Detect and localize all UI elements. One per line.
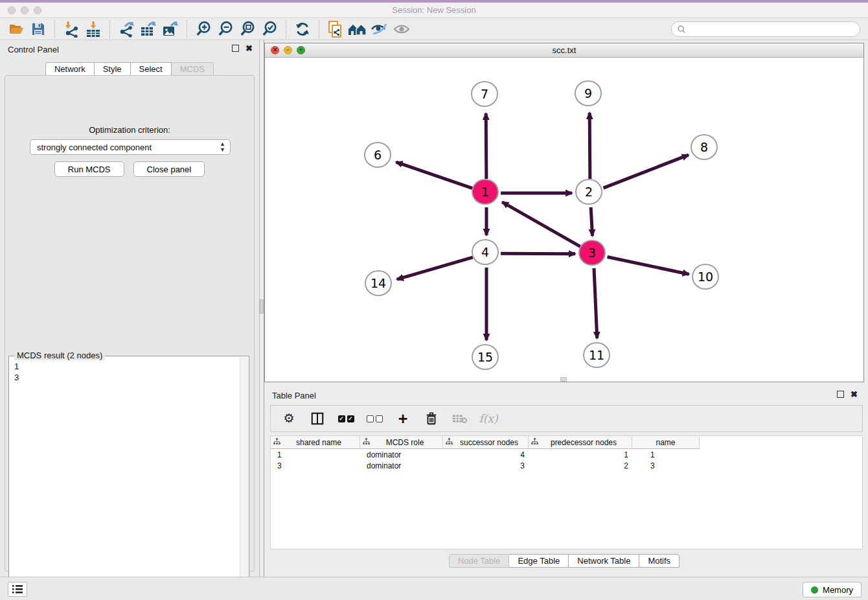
graph-node-6[interactable]: 6: [364, 142, 391, 168]
memory-button[interactable]: Memory: [803, 582, 862, 597]
criterion-dropdown[interactable]: strongly connected component ▲▼: [30, 139, 231, 155]
result-scrollbar[interactable]: [240, 357, 248, 597]
tab-style[interactable]: Style: [95, 62, 131, 76]
zoom-fit-icon[interactable]: [236, 19, 258, 39]
first-neighbors-icon[interactable]: [347, 19, 369, 39]
delete-table-icon: [452, 411, 468, 426]
add-row-icon[interactable]: +: [395, 411, 411, 426]
column-type-icon: [446, 438, 453, 447]
save-session-icon[interactable]: [27, 19, 49, 39]
select-all-checks-icon[interactable]: ✓✓: [338, 411, 354, 426]
node-table[interactable]: shared nameMCDS rolesuccessor nodesprede…: [270, 435, 863, 549]
graph-node-14[interactable]: 14: [365, 270, 392, 296]
cell-mcds-role[interactable]: dominator: [360, 461, 443, 470]
float-table-panel-icon[interactable]: [837, 391, 844, 398]
column-header-name[interactable]: name: [632, 436, 700, 448]
vertical-splitter[interactable]: [259, 40, 264, 577]
column-header-mcds-role[interactable]: MCDS role: [360, 436, 443, 448]
zoom-selected-icon[interactable]: [258, 19, 280, 39]
export-network-icon[interactable]: [115, 19, 137, 39]
task-history-icon[interactable]: [8, 582, 27, 597]
edge-1-7[interactable]: [486, 113, 486, 179]
network-view-frame: ✕ − + scc.txt 7968124314101511: [264, 43, 864, 382]
graph-node-4[interactable]: 4: [472, 239, 499, 265]
edge-4-3[interactable]: [501, 253, 575, 254]
column-header-shared-name[interactable]: shared name: [271, 436, 360, 448]
table-row[interactable]: 1dominator411: [271, 449, 862, 460]
splitter-grip[interactable]: [260, 299, 264, 314]
cell-name[interactable]: 3: [632, 461, 700, 470]
clone-network-icon[interactable]: [325, 19, 347, 39]
run-mcds-button[interactable]: Run MCDS: [54, 161, 124, 177]
edge-2-3[interactable]: [591, 207, 592, 236]
column-header-successor-nodes[interactable]: successor nodes: [443, 436, 529, 448]
search-input[interactable]: [686, 25, 860, 34]
graph-node-2[interactable]: 2: [575, 179, 602, 205]
function-builder-icon: f(x): [481, 411, 496, 426]
status-bar: Memory: [0, 577, 868, 600]
open-session-icon[interactable]: [5, 19, 27, 39]
edge-3-10[interactable]: [608, 257, 689, 275]
cell-predecessor-nodes[interactable]: 1: [529, 450, 632, 459]
tab-node-table[interactable]: Node Table: [449, 554, 510, 568]
close-panel-icon[interactable]: ✖: [246, 45, 253, 52]
titlebar-accent: [0, 0, 868, 3]
hide-selected-icon[interactable]: [369, 19, 391, 39]
edge-4-14[interactable]: [397, 257, 473, 279]
tab-mcds[interactable]: MCDS: [172, 62, 214, 76]
graph-node-10[interactable]: 10: [692, 264, 719, 290]
zoom-in-icon[interactable]: [192, 19, 214, 39]
network-frame-title: scc.txt: [265, 45, 863, 55]
graph-node-1[interactable]: 1: [472, 179, 499, 205]
network-canvas[interactable]: 7968124314101511: [265, 58, 863, 382]
toolbar-separator: [286, 20, 286, 38]
close-table-panel-icon[interactable]: ✖: [851, 391, 858, 398]
refresh-view-icon[interactable]: [291, 19, 314, 39]
import-table-icon[interactable]: [82, 19, 104, 39]
edge-1-6[interactable]: [396, 162, 473, 189]
tab-select[interactable]: Select: [131, 62, 172, 76]
tab-network[interactable]: Network: [45, 62, 95, 76]
search-field[interactable]: [671, 21, 860, 37]
cell-mcds-role[interactable]: dominator: [360, 450, 443, 459]
cell-successor-nodes[interactable]: 4: [443, 450, 529, 459]
float-panel-icon[interactable]: [232, 45, 239, 52]
cell-predecessor-nodes[interactable]: 2: [529, 461, 632, 470]
cell-successor-nodes[interactable]: 3: [443, 461, 529, 470]
graph-node-3[interactable]: 3: [578, 240, 606, 266]
cell-shared-name[interactable]: 3: [271, 461, 360, 470]
cell-name[interactable]: 1: [632, 450, 700, 459]
horizontal-splitter-grip[interactable]: [560, 377, 567, 382]
export-table-icon[interactable]: [137, 19, 159, 39]
table-settings-icon[interactable]: ⚙: [281, 411, 297, 426]
cell-shared-name[interactable]: 1: [271, 450, 360, 459]
import-network-icon[interactable]: [60, 19, 82, 39]
toolbar-separator: [109, 20, 110, 38]
network-frame-titlebar[interactable]: ✕ − + scc.txt: [265, 43, 863, 58]
graph-node-8[interactable]: 8: [691, 134, 718, 160]
graph-node-9[interactable]: 9: [575, 80, 602, 106]
graph-node-7[interactable]: 7: [471, 81, 498, 107]
window-titlebar: Session: New Session: [0, 0, 868, 18]
delete-row-icon[interactable]: [424, 411, 439, 426]
graph-node-15[interactable]: 15: [472, 344, 499, 370]
edge-2-8[interactable]: [604, 155, 689, 188]
edge-3-11[interactable]: [594, 268, 597, 338]
window-title: Session: New Session: [0, 5, 868, 15]
table-row[interactable]: 3dominator323: [271, 460, 862, 471]
clear-all-checks-icon[interactable]: [367, 411, 382, 426]
table-panel-title: Table Panel: [272, 391, 316, 400]
mcds-result-list: 13: [14, 361, 19, 383]
export-image-icon[interactable]: [159, 19, 181, 39]
edge-2-9[interactable]: [589, 113, 590, 179]
table-panel: Table Panel ✖ ⚙ ✓✓ + f(x) shared nameMCD…: [264, 386, 864, 573]
close-panel-button[interactable]: Close panel: [133, 161, 205, 177]
tab-edge-table[interactable]: Edge Table: [509, 554, 569, 568]
show-columns-icon[interactable]: [310, 411, 325, 426]
tab-motifs[interactable]: Motifs: [639, 554, 680, 568]
edge-3-1[interactable]: [502, 202, 581, 247]
graph-node-11[interactable]: 11: [583, 342, 610, 368]
tab-network-table[interactable]: Network Table: [569, 554, 639, 568]
zoom-out-icon[interactable]: [214, 19, 236, 39]
column-header-predecessor-nodes[interactable]: predecessor nodes: [529, 436, 632, 448]
